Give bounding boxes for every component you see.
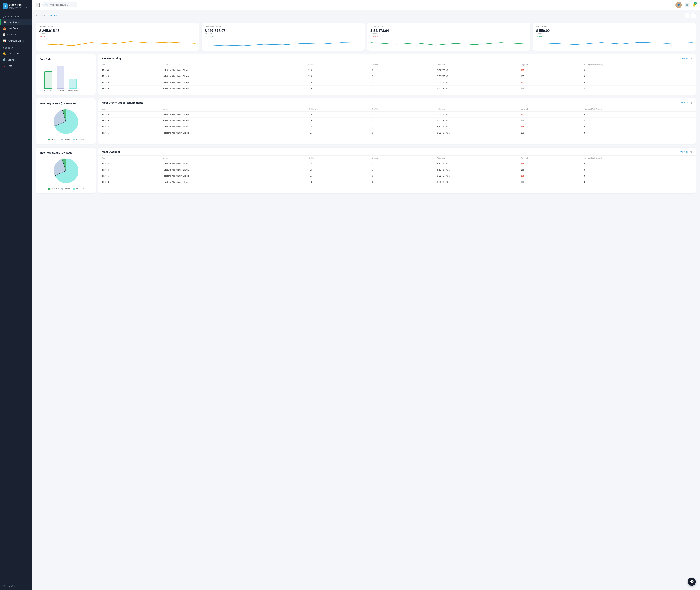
stat-card-excess-inventory: Excess Inventory $ 197,572.07 17 items +… [202,23,365,51]
cell-total-value: $ 527,879.01 [434,161,517,167]
col-on-order: On Order [368,62,434,67]
inventory-volume-title: Inventory Status (by Volume) [39,102,92,105]
power-icon: ⏻ [3,585,5,588]
cell-on-order: 0 [368,167,434,173]
cell-name: Hailstorm Alluminium Sliders [159,118,305,124]
table-row: TR-546 Hailstorm Alluminium Sliders 716 … [98,179,696,185]
cell-avg-daily: 8 [580,130,696,136]
y-axis-15: 15 [39,76,41,78]
cell-code: TR-546 [98,130,159,136]
legend-balanced: Balanced [73,188,84,190]
sidebar-item-load-data[interactable]: 📤 Load Data [0,25,32,31]
chat-button[interactable]: 💬 [688,578,696,586]
cell-avg-daily: 8 [580,86,696,92]
cell-avg-daily: 8 [580,118,696,124]
cell-name: Hailstorm Alluminium Sliders [159,173,305,179]
nav-prev-button[interactable]: ‹ [685,13,690,18]
legend-label: Stock out [50,138,59,140]
cell-name: Hailstorm Alluminium Sliders [159,130,305,136]
settings-icon: ⚙️ [3,58,6,61]
menu-button[interactable]: ☰ [36,3,39,7]
sidebar-item-notifications[interactable]: 🔔 Notifications [0,50,32,57]
cell-code: TR-546 [98,67,159,73]
legend-dot [73,188,75,190]
table-row: TR-546 Hailstorm Alluminium Sliders 716 … [98,67,696,73]
cell-code: TR-546 [98,86,159,92]
sort-icon[interactable]: ⇅ [690,101,692,104]
col-total-value: Total value [434,106,517,111]
cell-on-order: 0 [368,173,434,179]
y-axis-25: 25 [39,67,41,69]
pie-value [39,157,92,185]
sidebar-item-label: FAQ [7,65,12,68]
stat-change: +0.66% ↑ [536,35,693,38]
fastest-moving-view-all[interactable]: View all [680,57,688,60]
legend-label: Excess [64,188,70,190]
content-area: Welcome / Dashboard ‹ › Total Inventory … [32,10,700,590]
col-days-left: Days left [517,156,580,161]
sidebar-item-settings[interactable]: ⚙️ Settings [0,57,32,63]
col-days-left: Days left [517,62,580,67]
chat-icon: 💬 [690,580,694,584]
cell-on-hand: 716 [305,73,368,80]
upload-icon: 📤 [3,27,6,29]
col-code: Code [98,62,159,67]
sidebar-item-label: Dashboard [8,21,19,23]
search-box[interactable]: 🔍 [42,2,77,7]
sort-icon[interactable]: ⇅ [690,57,692,60]
legend-dot [62,139,63,140]
col-code: Code [98,156,159,161]
cell-total-value: $ 527,879.01 [434,124,517,130]
cell-code: TR-546 [98,173,159,179]
cell-total-value: $ 527,879.01 [434,86,517,92]
notifications-button[interactable]: 🔔 3 [692,3,696,7]
stat-sparkline [39,39,196,48]
stat-cards: Total Inventory $ 245,915.15 27 items -4… [36,23,696,51]
bar-fast-moving: Fast moving [43,71,53,91]
legend-dot [48,139,50,140]
stat-items: 2 items [536,33,693,35]
table-row: TR-546 Hailstorm Alluminium Sliders 716 … [98,111,696,118]
bar-label-moderate: Moderate [57,89,64,91]
sidebar-item-order-plan[interactable]: 📋 Order Plan [0,31,32,38]
most-stagnant-view-all[interactable]: View all [680,151,688,153]
logo: S StockTrim SMARTER INVENTORY PLANNING [0,0,32,12]
cell-name: Hailstorm Alluminium Sliders [159,124,305,130]
legend-dot [48,188,50,190]
bar-label-fast: Fast moving [43,89,53,91]
table-row: TR-546 Hailstorm Alluminium Sliders 716 … [98,167,696,173]
sort-icon[interactable]: ⇅ [690,151,692,154]
cell-days-left: 165 [517,167,580,173]
stat-items: 17 items [205,33,362,35]
cell-total-value: $ 527,879.01 [434,130,517,136]
legend-balanced: Balanced [73,138,84,140]
urgent-orders-view-all[interactable]: View all [680,101,688,104]
cell-days-left: 165 [517,118,580,124]
avatar[interactable]: 👤 [676,2,682,8]
stat-change: -1.07% ↓ [370,35,527,38]
sidebar-item-purchase-orders[interactable]: 📊 Purchase Orders [0,38,32,44]
sidebar-item-faq[interactable]: ❓ FAQ [0,63,32,69]
sidebar-item-dashboard[interactable]: 🏠 Dashboard [0,19,32,25]
cell-code: TR-546 [98,167,159,173]
cell-total-value: $ 527,879.01 [434,111,517,118]
cell-on-order: 0 [368,161,434,167]
cell-total-value: $ 527,879.01 [434,118,517,124]
cell-code: TR-546 [98,73,159,80]
search-input[interactable] [49,3,74,6]
col-avg-daily: Average Daily Quantity [580,106,696,111]
table-row: TR-546 Hailstorm Alluminium Sliders 716 … [98,86,696,92]
nav-next-button[interactable]: › [691,13,696,18]
table-row: TR-546 Hailstorm Alluminium Sliders 716 … [98,173,696,179]
cell-code: TR-546 [98,118,159,124]
gear-button[interactable]: ⚙️ [685,3,689,7]
logout-button[interactable]: ⏻ Log Out [0,582,32,590]
breadcrumb-home: Welcome [36,14,45,17]
y-axis-10: 10 [39,80,41,82]
table-row: TR-546 Hailstorm Alluminium Sliders 716 … [98,118,696,124]
bar-moderate: Moderate [57,66,65,91]
breadcrumb-current: Dashboard [49,14,60,17]
sidebar-item-label: Notifications [7,52,20,55]
col-on-hand: On Hand [305,106,368,111]
cell-avg-daily: 8 [580,67,696,73]
